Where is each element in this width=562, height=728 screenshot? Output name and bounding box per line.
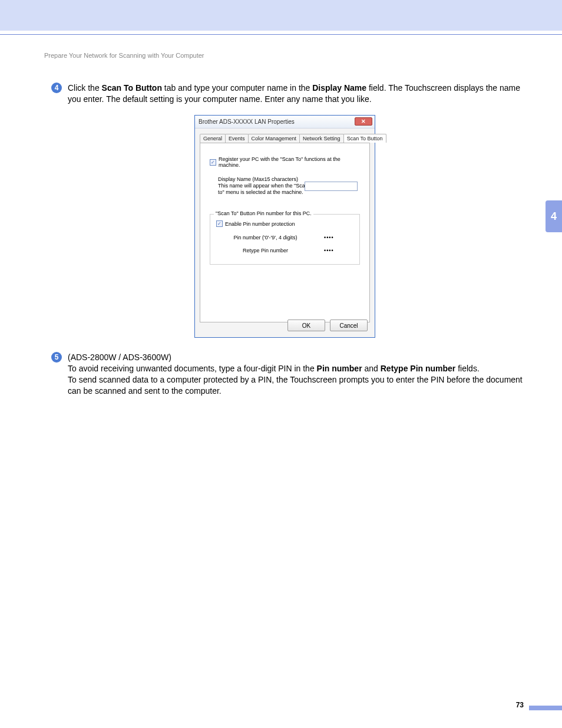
display-name-input[interactable]	[305, 182, 358, 191]
dialog-panel: ✓ Register your PC with the "Scan To" fu…	[200, 143, 370, 322]
tab-scan-to-button[interactable]: Scan To Button	[343, 134, 386, 143]
close-icon: ✕	[361, 118, 366, 124]
section-header: Prepare Your Network for Scanning with Y…	[44, 52, 204, 59]
step4-t1: Click the	[68, 83, 102, 93]
page-top-band	[0, 0, 562, 31]
tab-general[interactable]: General	[200, 134, 226, 143]
dialog-title: Brother ADS-XXXXX LAN Properties	[199, 118, 295, 125]
step5-line3: To send scanned data to a computer prote…	[68, 375, 523, 396]
pin-number-row: Pin number ('0'-'9', 4 digits) ••••	[216, 235, 353, 241]
step4-b2: Display Name	[312, 83, 366, 93]
step-4-text: Click the Scan To Button tab and type yo…	[68, 83, 524, 105]
step4-b1: Scan To Button	[102, 83, 162, 93]
register-label: Register your PC with the "Scan To" func…	[219, 156, 362, 168]
ok-button[interactable]: OK	[287, 319, 325, 331]
dialog-titlebar: Brother ADS-XXXXX LAN Properties ✕	[195, 116, 375, 129]
retype-pin-value: ••••	[324, 248, 353, 253]
chapter-side-tab: 4	[546, 200, 562, 232]
tab-events[interactable]: Events	[225, 134, 249, 143]
step-5-bullet: 5	[51, 352, 62, 363]
pin-fieldset-legend: "Scan To" Button Pin number for this PC.	[214, 210, 313, 216]
close-button[interactable]: ✕	[355, 117, 372, 126]
step5-l2c: and	[362, 364, 381, 373]
cancel-button[interactable]: Cancel	[330, 319, 368, 331]
pin-number-value: ••••	[324, 235, 353, 241]
pin-fieldset: "Scan To" Button Pin number for this PC.…	[210, 214, 360, 265]
retype-pin-label: Retype Pin number	[216, 248, 315, 253]
enable-pin-checkbox[interactable]: ✓	[216, 220, 223, 227]
dialog-button-row: OK Cancel	[287, 319, 368, 331]
pin-number-label: Pin number ('0'-'9', 4 digits)	[216, 235, 315, 241]
enable-pin-row: ✓ Enable Pin number protection	[216, 220, 295, 227]
tab-network-setting[interactable]: Network Setting	[299, 134, 344, 143]
step5-line1: (ADS-2800W / ADS-3600W)	[68, 353, 171, 362]
step5-l2a: To avoid receiving unwanted documents, t…	[68, 364, 317, 373]
step5-l2b2: Retype Pin number	[381, 364, 456, 373]
check-icon: ✓	[217, 221, 222, 226]
register-row: ✓ Register your PC with the "Scan To" fu…	[210, 156, 362, 168]
register-checkbox[interactable]: ✓	[210, 159, 216, 166]
enable-pin-label: Enable Pin number protection	[225, 221, 295, 227]
page-accent	[529, 706, 562, 710]
step-4-bullet: 4	[51, 83, 62, 93]
dialog-tabs: General Events Color Management Network …	[195, 129, 375, 143]
step4-t2: tab and type your computer name in the	[162, 83, 312, 93]
display-name-block: Display Name (Max15 characters) This nam…	[218, 176, 362, 195]
step-5-text: (ADS-2800W / ADS-3600W) To avoid receivi…	[68, 352, 524, 397]
retype-pin-row: Retype Pin number ••••	[216, 248, 353, 253]
page-number: 73	[516, 701, 524, 709]
properties-dialog: Brother ADS-XXXXX LAN Properties ✕ Gener…	[194, 115, 375, 338]
check-icon: ✓	[211, 160, 215, 165]
step5-l2d: fields.	[455, 364, 479, 373]
page-top-rule	[0, 34, 562, 35]
step5-l2b1: Pin number	[317, 364, 362, 373]
tab-color-management[interactable]: Color Management	[248, 134, 300, 143]
display-name-label: Display Name (Max15 characters) This nam…	[218, 176, 312, 195]
